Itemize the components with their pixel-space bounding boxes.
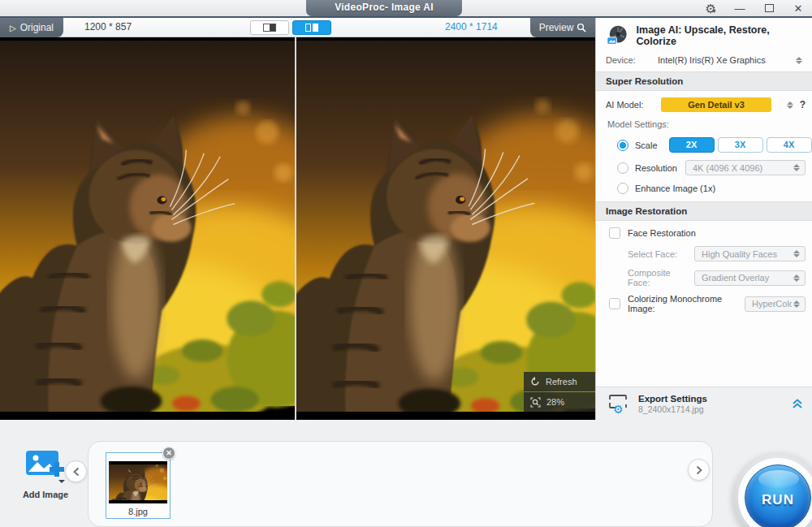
chevron-left-icon (72, 467, 80, 477)
media-tray: Add Image 8.jpg ✕ RUN (0, 420, 812, 527)
stepper-icon (785, 102, 795, 109)
stepper-icon (792, 274, 801, 282)
maximize-button[interactable] (760, 1, 778, 15)
stepper-icon (792, 164, 801, 171)
panel-title: Image AI: Upscale, Restore, Colorize (637, 24, 804, 47)
thumbnail-close-icon[interactable]: ✕ (162, 447, 175, 460)
device-value: Intel(R) Iris(R) Xe Graphics (648, 55, 794, 65)
section-image-restoration: Image Restoration (596, 201, 812, 221)
close-button[interactable]: ✕ (789, 1, 807, 15)
preview-size: 2400 * 1714 (445, 18, 498, 37)
original-cat-image (0, 41, 295, 412)
split-view-toggle[interactable] (292, 20, 331, 35)
thumbnail-card[interactable]: 8.jpg ✕ (106, 452, 171, 519)
original-label: Original (20, 22, 54, 33)
scale-radio[interactable] (617, 140, 628, 151)
refresh-button[interactable]: Refresh (524, 372, 595, 391)
thumbnail-carousel (88, 441, 713, 527)
model-settings-label: Model Settings: (607, 119, 806, 129)
preview-image-pane[interactable]: Refresh 28% (296, 37, 595, 420)
preview-label: Preview (539, 22, 574, 33)
stepper-icon (792, 250, 801, 257)
minimize-button[interactable]: — (731, 1, 749, 15)
run-button-area: RUN (732, 452, 812, 527)
scale-4x-button[interactable]: 4X (767, 137, 812, 153)
export-filename: 8_2400x1714.jpg (638, 404, 783, 414)
original-image-pane[interactable] (0, 37, 295, 420)
preview-button[interactable]: Preview (530, 18, 595, 37)
thumbnail-filename: 8.jpg (106, 507, 170, 516)
split-view-icon (305, 24, 318, 32)
composite-face-dropdown[interactable]: Gradient Overlay (694, 270, 806, 286)
device-label: Device: (606, 55, 648, 65)
colorize-checkbox[interactable] (609, 298, 620, 309)
caret-down-icon: ▾ (713, 8, 716, 15)
collapse-double-chevron-icon[interactable] (791, 397, 804, 410)
original-tab[interactable]: ▷ Original (0, 18, 63, 37)
title-bar: VideoProc- Image AI ⚙▾ — ✕ (0, 0, 812, 18)
upscaled-cat-image (296, 41, 595, 412)
chevron-right-icon (695, 465, 703, 475)
svg-text:⚙: ⚙ (613, 403, 624, 414)
export-settings-bar[interactable]: ⚙ Export Settings 8_2400x1714.jpg (596, 387, 812, 420)
original-size: 1200 * 857 (84, 18, 132, 37)
stepper-icon (794, 57, 804, 64)
colorize-dropdown[interactable]: HyperColor (745, 296, 806, 312)
export-settings-title: Export Settings (638, 394, 783, 404)
enhance-radio[interactable] (617, 183, 628, 194)
ai-model-select[interactable]: Gen Detail v3 (661, 97, 771, 112)
face-restoration-checkbox[interactable] (609, 227, 620, 239)
carousel-next-button[interactable] (688, 459, 710, 481)
select-face-dropdown[interactable]: High Quality Faces (694, 246, 806, 261)
image-compare-area: Refresh 28% (0, 37, 595, 420)
enhance-label: Enhance Image (1x) (635, 184, 715, 193)
resolution-label: Resolution (635, 163, 677, 173)
preview-toolbar: ▷ Original 1200 * 857 2400 * 1714 Previe… (0, 18, 595, 37)
device-selector[interactable]: Device: Intel(R) Iris(R) Xe Graphics (596, 52, 812, 71)
zoom-level-indicator[interactable]: 28% (524, 392, 595, 412)
refresh-label: Refresh (546, 377, 577, 387)
resolution-radio[interactable] (617, 162, 628, 174)
zoom-level-value: 28% (546, 397, 564, 407)
single-view-toggle[interactable] (250, 20, 289, 35)
settings-panel: Image AI: Upscale, Restore, Colorize Dev… (595, 18, 812, 420)
face-restoration-label: Face Restoration (628, 228, 696, 238)
scale-2x-button[interactable]: 2X (669, 137, 715, 153)
colorize-label: Colorizing Monochrome Image: (628, 294, 745, 313)
thumbnail-image (109, 461, 167, 503)
magnifier-icon (577, 23, 586, 32)
carousel-prev-button[interactable] (65, 460, 87, 482)
stepper-icon (792, 300, 801, 308)
single-view-icon (263, 24, 276, 32)
refresh-icon (530, 377, 540, 387)
composite-face-label: Composite Face: (628, 268, 694, 287)
export-settings-icon: ⚙ (607, 393, 630, 414)
run-button[interactable]: RUN (745, 464, 811, 527)
image-ai-icon (606, 24, 629, 47)
section-super-resolution: Super Resolution (596, 71, 812, 91)
app-window: VideoProc- Image AI ⚙▾ — ✕ ▷ Original 12… (0, 0, 812, 527)
select-face-label: Select Face: (628, 249, 694, 259)
help-icon[interactable]: ? (800, 99, 806, 110)
preview-controls-overlay: Refresh 28% (524, 372, 595, 412)
scale-3x-button[interactable]: 3X (718, 137, 763, 153)
run-label: RUN (762, 492, 794, 508)
resolution-select[interactable]: 4K (4096 X 4096) (685, 160, 806, 175)
add-image-label: Add Image (10, 490, 81, 499)
window-title: VideoProc- Image AI (306, 0, 462, 16)
play-icon: ▷ (10, 24, 16, 32)
add-image-icon (23, 449, 68, 483)
ai-model-label: AI Model: (606, 100, 661, 110)
zoom-magnifier-icon (530, 397, 541, 408)
scale-label: Scale (635, 140, 658, 150)
settings-gear-icon[interactable]: ⚙▾ (702, 1, 719, 15)
